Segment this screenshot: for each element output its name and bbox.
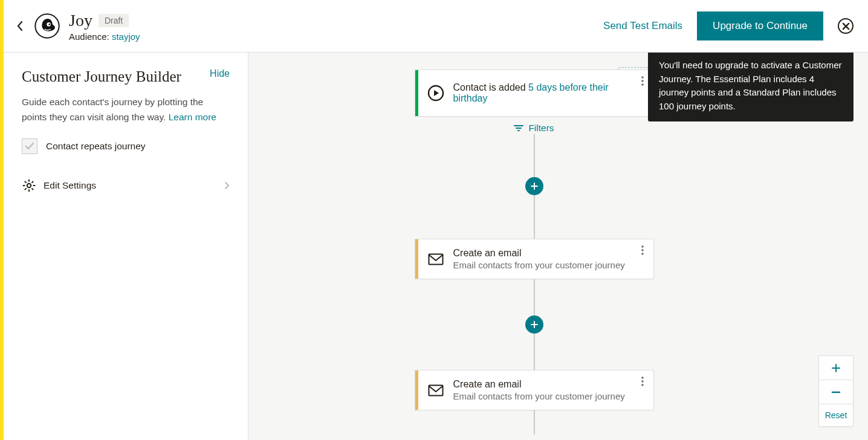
email-card-title: Create an email [453, 379, 632, 390]
start-card-title: Contact is added 5 days before their bir… [453, 82, 632, 104]
edit-settings-row[interactable]: Edit Settings [22, 178, 230, 193]
svg-point-7 [641, 83, 644, 86]
svg-point-15 [641, 384, 644, 386]
journey-title: Joy [69, 11, 92, 30]
app-header: Joy Draft Audience: stayjoy Send Test Em… [4, 0, 868, 53]
sidebar-description: Guide each contact's journey by plotting… [22, 95, 230, 125]
journey-flow: Contact is added 5 days before their bir… [415, 70, 654, 435]
svg-point-14 [641, 380, 644, 383]
svg-rect-8 [429, 254, 442, 264]
start-prefix: Contact is added [453, 82, 529, 92]
svg-point-2 [48, 24, 50, 25]
email-card[interactable]: Create an email Email contacts from your… [415, 239, 654, 279]
email-card-subtitle: Email contacts from your customer journe… [453, 260, 632, 270]
connector [534, 410, 535, 435]
add-step-button[interactable] [525, 315, 543, 334]
repeat-checkbox[interactable] [22, 138, 37, 154]
filters-button[interactable]: Filters [514, 123, 554, 134]
play-icon [418, 85, 453, 102]
zoom-in-button[interactable] [819, 356, 853, 380]
sidebar: Customer Journey Builder Hide Guide each… [4, 53, 248, 440]
svg-rect-12 [429, 385, 442, 395]
repeat-journey-row[interactable]: Contact repeats journey [22, 138, 230, 154]
hide-button[interactable]: Hide [210, 68, 230, 79]
header-actions: Send Test Emails Upgrade to Continue [603, 11, 853, 40]
send-test-button[interactable]: Send Test Emails [603, 20, 682, 32]
audience-link[interactable]: stayjoy [112, 31, 140, 42]
back-button[interactable] [12, 18, 29, 34]
journey-canvas[interactable]: A You'll need to upgrade to activate a C… [248, 53, 868, 440]
card-menu-button[interactable] [632, 370, 653, 386]
upgrade-button[interactable]: Upgrade to Continue [697, 11, 823, 40]
email-card-title: Create an email [453, 248, 632, 259]
connector [534, 334, 535, 370]
mailchimp-logo-icon [34, 13, 60, 39]
tooltip-text: You'll need to upgrade to activate a Cus… [659, 60, 842, 111]
learn-more-link[interactable]: Learn more [169, 112, 216, 122]
filters-label: Filters [528, 123, 554, 134]
chevron-right-icon [224, 181, 230, 190]
audience-line: Audience: stayjoy [69, 31, 140, 42]
envelope-icon [418, 384, 453, 396]
connector [534, 279, 535, 315]
status-badge: Draft [99, 14, 129, 27]
gear-icon [22, 178, 36, 193]
title-block: Joy Draft Audience: stayjoy [69, 11, 140, 42]
svg-point-9 [641, 245, 644, 248]
svg-point-5 [641, 76, 644, 79]
svg-point-11 [641, 253, 644, 255]
card-menu-button[interactable] [632, 239, 653, 255]
repeat-label: Contact repeats journey [46, 141, 146, 152]
zoom-reset-button[interactable]: Reset [819, 404, 853, 426]
sidebar-title: Customer Journey Builder [22, 68, 181, 85]
connector [534, 134, 535, 177]
close-button[interactable] [838, 18, 853, 34]
envelope-icon [418, 253, 453, 265]
settings-label: Edit Settings [44, 180, 216, 191]
svg-point-13 [641, 377, 644, 379]
svg-point-3 [27, 183, 31, 187]
add-step-button[interactable] [525, 177, 543, 195]
connector [534, 195, 535, 239]
zoom-out-button[interactable] [819, 380, 853, 404]
svg-point-10 [641, 249, 644, 251]
svg-point-6 [641, 80, 644, 82]
email-card[interactable]: Create an email Email contacts from your… [415, 370, 654, 410]
zoom-controls: Reset [818, 355, 853, 427]
email-card-subtitle: Email contacts from your customer journe… [453, 391, 632, 401]
upgrade-tooltip: You'll need to upgrade to activate a Cus… [648, 53, 853, 121]
start-trigger-card[interactable]: Contact is added 5 days before their bir… [415, 70, 654, 117]
audience-label: Audience: [69, 31, 109, 42]
